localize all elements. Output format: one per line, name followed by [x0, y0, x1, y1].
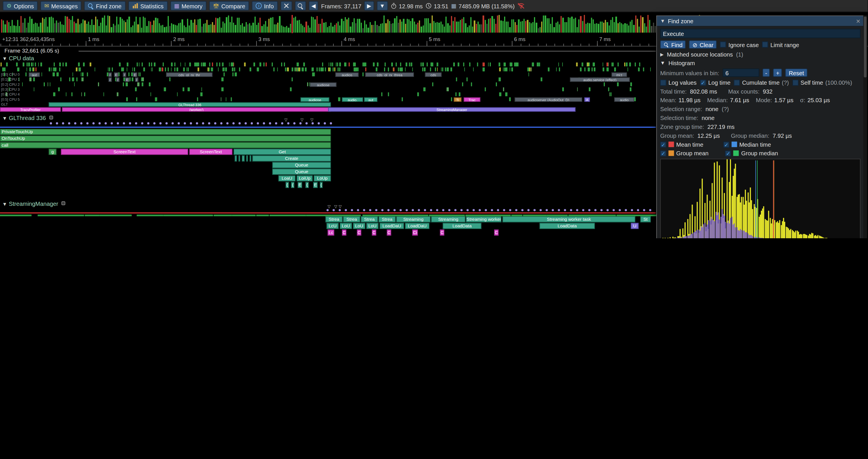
cpu-zone[interactable]: cds_ol_rx_thr: [166, 72, 213, 77]
cpu-zone[interactable]: mi:t: [612, 72, 627, 77]
pin-icon[interactable]: [49, 116, 53, 120]
cpu-zone[interactable]: cds: [425, 72, 442, 77]
cpu-zone[interactable]: audioserver (AudioOut_D): [515, 97, 582, 102]
glthread-header[interactable]: ▼GLThread 336: [2, 114, 53, 121]
timeline-zone[interactable]: Lc: [328, 230, 334, 236]
statistics-button[interactable]: Statistics: [128, 1, 167, 11]
frame-dropdown-button[interactable]: ▼: [377, 1, 388, 11]
timeline-zone[interactable]: LoadData: [443, 223, 482, 229]
cumulate-time-checkbox[interactable]: Cumulate time(?): [734, 79, 789, 86]
timeline-zone[interactable]: E: [298, 182, 302, 188]
timeline-zone[interactable]: call: [0, 142, 331, 148]
histogram-row[interactable]: ▼Histogram: [660, 60, 860, 66]
limit-range-checkbox[interactable]: Limit range: [762, 41, 799, 48]
cpu-zone[interactable]: GLThread 336: [49, 102, 331, 106]
pin-icon[interactable]: [61, 201, 65, 205]
cpu-zone[interactable]: E: [133, 72, 137, 77]
info-button[interactable]: iInfo: [252, 1, 278, 11]
cpu-zone[interactable]: audiose: [301, 97, 329, 102]
ignore-case-checkbox[interactable]: Ignore case: [720, 41, 759, 48]
matched-locations-row[interactable]: ▶Matched source locations(1): [660, 51, 860, 57]
group-mean-checkbox[interactable]: Group mean: [660, 150, 708, 157]
find-button[interactable]: Find: [660, 40, 686, 49]
cpu-zone[interactable]: audios: [336, 72, 359, 77]
timeline-zone[interactable]: [239, 155, 240, 161]
find-zone-titlebar[interactable]: ▼ Find zone ✕: [657, 16, 864, 27]
close-icon[interactable]: ✕: [856, 18, 861, 24]
min-bin-input[interactable]: 6: [723, 69, 759, 77]
cpu-zone[interactable]: StreamingManager: [328, 107, 575, 112]
cpu-zone[interactable]: Ti: [454, 97, 462, 102]
timeline-zone[interactable]: LoU: [366, 223, 378, 229]
timeline-zone[interactable]: OnTouchUp: [0, 135, 331, 141]
timeline-zone[interactable]: LoaU: [278, 175, 296, 182]
cpu-zone[interactable]: (: [135, 77, 138, 82]
cpu-zone[interactable]: (: [108, 77, 112, 82]
cpu-zone[interactable]: aut: [29, 72, 40, 77]
collapse-icon[interactable]: ▼: [2, 201, 7, 207]
log-values-checkbox[interactable]: Log values: [660, 79, 696, 86]
timeline-zone[interactable]: C: [342, 230, 346, 236]
log-time-checkbox[interactable]: Log time: [700, 79, 731, 86]
timeline-zone[interactable]: LoU: [340, 223, 352, 229]
timeline-zone[interactable]: E: [313, 182, 317, 188]
timeline-zone[interactable]: C: [387, 230, 391, 236]
cpu-zone[interactable]: aut: [364, 97, 377, 102]
timeline-zone[interactable]: (: [285, 182, 289, 188]
timeline-zone[interactable]: Strea: [326, 216, 343, 222]
collapse-icon[interactable]: ▼: [660, 19, 665, 24]
timeline-zone[interactable]: U: [631, 223, 639, 229]
reset-button[interactable]: Reset: [785, 69, 807, 77]
decrement-button[interactable]: -: [762, 69, 770, 77]
mean-time-checkbox[interactable]: Mean time: [660, 141, 703, 147]
timeline-zone[interactable]: [235, 155, 237, 161]
timeline-zone[interactable]: Queue: [272, 162, 331, 168]
timeline-zone[interactable]: Streaming worker tas: [466, 216, 501, 222]
cpu-zone[interactable]: (worker/): [62, 107, 331, 112]
cpu-zone[interactable]: E: [125, 77, 129, 82]
timeline-zone[interactable]: (: [305, 182, 309, 188]
scrollbar-thumb[interactable]: [864, 17, 867, 77]
timeline-zone[interactable]: Get: [234, 149, 331, 155]
cpu-zone[interactable]: audio.service (effect): [570, 77, 629, 82]
streaming-header[interactable]: ▼StreamingManager: [2, 200, 65, 207]
cpu-zone[interactable]: (: [116, 77, 120, 82]
clear-button[interactable]: ⊘Clear: [689, 40, 717, 49]
timeline-zone[interactable]: LoU: [353, 223, 365, 229]
timeline-zone[interactable]: Strea: [378, 216, 396, 222]
cpu-zone[interactable]: (: [108, 72, 112, 77]
zone-time-histogram[interactable]: 1 µs10 µs: [660, 159, 860, 238]
timeline-zone[interactable]: C: [357, 230, 361, 236]
self-time-checkbox[interactable]: Self time(100.00%): [792, 79, 852, 86]
cpu-zone[interactable]: (: [123, 72, 126, 77]
collapse-icon[interactable]: ▼: [2, 56, 7, 61]
cpu-zone[interactable]: TracyProfiler: [0, 107, 61, 112]
compare-button[interactable]: Compare: [209, 1, 249, 11]
timeline-zone[interactable]: (: [320, 182, 323, 188]
timeline-zone[interactable]: [246, 155, 248, 161]
timeline-zone[interactable]: LcU: [327, 223, 339, 229]
collapse-icon[interactable]: ▼: [2, 116, 7, 121]
group-median-checkbox[interactable]: Group median: [725, 150, 778, 157]
cpu-zone[interactable]: A: [584, 97, 590, 102]
timeline-zone[interactable]: Streaming worker task: [502, 216, 635, 222]
timeline-zone[interactable]: (: [291, 182, 294, 188]
timeline-zone[interactable]: PrivateTouchUp: [0, 129, 331, 135]
cpu-zone[interactable]: E: [114, 72, 118, 77]
tools-button[interactable]: [280, 1, 292, 11]
timeline-zone[interactable]: [250, 155, 251, 161]
cpu-zone[interactable]: audiose: [310, 83, 336, 87]
increment-button[interactable]: +: [773, 69, 782, 77]
timeline-zone[interactable]: Ci: [412, 230, 417, 236]
collapse-icon[interactable]: ▼: [660, 60, 665, 66]
timeline-zone[interactable]: LoadDaU: [380, 223, 404, 229]
timeline-zone[interactable]: g: [49, 149, 57, 155]
cpu-zone[interactable]: audio: [614, 97, 634, 102]
prev-frame-button[interactable]: ◀: [308, 1, 318, 11]
timeline-zone[interactable]: ScreenText: [61, 149, 188, 155]
timeline-zone[interactable]: LoadDaU: [405, 223, 429, 229]
timeline-zone[interactable]: ScreenText: [189, 149, 232, 155]
timeline-zone[interactable]: Streaming: [396, 216, 430, 222]
vertical-scrollbar[interactable]: [863, 15, 867, 238]
memory-button[interactable]: ▦Memory: [170, 1, 207, 11]
